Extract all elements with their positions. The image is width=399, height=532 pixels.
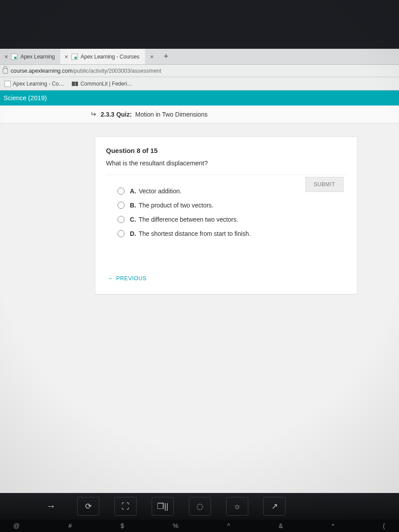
answer-options: A. Vector addition. B. The product of tw… — [106, 184, 346, 241]
quiz-label: Quiz: — [116, 111, 132, 118]
option-text: The shortest distance from start to fini… — [139, 230, 251, 237]
lock-icon — [3, 68, 8, 74]
key-star: * — [332, 522, 334, 529]
url-path: /public/activity/2003003/assessment — [73, 68, 161, 74]
bookmarks-bar: Apex Learning - Co… CommonLit | Federi… — [0, 77, 399, 90]
tab-label: Apex Learning — [20, 54, 55, 60]
address-bar[interactable]: course.apexlearning.com/public/activity/… — [0, 65, 399, 77]
favicon-icon — [71, 54, 78, 60]
key-paren: ( — [383, 522, 385, 529]
option-text: The difference between two vectors. — [139, 216, 239, 223]
bookmark-commonlit[interactable]: CommonLit | Federi… — [72, 81, 132, 87]
favicon-icon — [4, 81, 11, 87]
tab-label: Apex Learning - Courses — [81, 54, 140, 60]
content-area: Question 8 of 15 What is the resultant d… — [0, 123, 399, 513]
quiz-code: 2.3.3 — [101, 111, 114, 118]
book-icon — [72, 82, 78, 86]
key-amp: & — [279, 522, 283, 529]
key-dollar: $ — [121, 522, 124, 529]
option-b[interactable]: B. The product of two vectors. — [117, 198, 346, 212]
bookmark-apex[interactable]: Apex Learning - Co… — [4, 81, 64, 87]
forward-icon[interactable]: → — [40, 497, 62, 516]
divider — [106, 175, 346, 175]
option-letter: B. — [130, 202, 136, 209]
previous-button[interactable]: ← PREVIOUS — [108, 275, 147, 282]
brightness-up-icon[interactable]: ☼ — [226, 497, 248, 516]
chromebook-shelf: → ⟳ ⛶ ❐|| ◌ ☼ ↗ — [0, 493, 399, 520]
photo-top-bezel — [0, 0, 399, 49]
browser-tab-strip: × Apex Learning × Apex Learning - Course… — [0, 49, 399, 65]
radio-b[interactable] — [117, 202, 125, 209]
brightness-down-icon[interactable]: ◌ — [189, 497, 211, 516]
question-card: Question 8 of 15 What is the resultant d… — [95, 137, 357, 294]
radio-a[interactable] — [117, 188, 125, 195]
quiz-title: Motion in Two Dimensions — [135, 111, 207, 118]
submit-button[interactable]: SUBMIT — [305, 177, 344, 192]
question-counter: Question 8 of 15 — [106, 147, 346, 154]
url-domain: course.apexlearning.com — [11, 68, 73, 74]
key-percent: % — [173, 522, 178, 529]
new-tab-button[interactable]: + — [160, 52, 172, 61]
question-prompt: What is the resultant displacement? — [106, 160, 346, 167]
fullscreen-icon[interactable]: ⛶ — [114, 497, 137, 516]
overview-icon[interactable]: ❐|| — [152, 497, 174, 516]
keyboard-number-row: @ # $ % ^ & * ( — [0, 520, 399, 532]
course-header: Science (2019) — [0, 90, 399, 106]
option-text: Vector addition. — [139, 188, 182, 195]
key-caret: ^ — [227, 522, 230, 529]
option-d[interactable]: D. The shortest distance from start to f… — [117, 227, 346, 241]
bookmark-label: Apex Learning - Co… — [13, 81, 64, 87]
radio-c[interactable] — [117, 216, 125, 223]
tab-apex-learning[interactable]: × Apex Learning — [0, 49, 60, 64]
reload-icon[interactable]: ⟳ — [77, 497, 99, 516]
option-c[interactable]: C. The difference between two vectors. — [117, 212, 346, 227]
option-letter: C. — [130, 216, 136, 223]
bookmark-label: CommonLit | Federi… — [80, 81, 132, 87]
next-key-icon[interactable]: ↗ — [263, 497, 286, 516]
course-title: Science (2019) — [4, 94, 47, 102]
arrow-left-icon: ← — [108, 275, 113, 282]
favicon-icon — [11, 54, 17, 60]
close-icon[interactable]: × — [150, 53, 153, 60]
quiz-title-bar: ↵ 2.3.3 Quiz: Motion in Two Dimensions — [0, 106, 399, 123]
key-hash: # — [68, 522, 72, 529]
close-icon[interactable]: × — [65, 53, 68, 60]
back-up-icon[interactable]: ↵ — [90, 110, 96, 118]
tab-blank[interactable]: × — [145, 49, 160, 64]
tab-apex-courses[interactable]: × Apex Learning - Courses — [60, 49, 145, 64]
option-letter: A. — [130, 188, 136, 195]
option-letter: D. — [130, 230, 136, 237]
previous-label: PREVIOUS — [116, 275, 147, 282]
radio-d[interactable] — [117, 230, 125, 237]
key-at: @ — [13, 522, 20, 529]
close-icon[interactable]: × — [4, 53, 8, 60]
option-text: The product of two vectors. — [139, 202, 214, 209]
